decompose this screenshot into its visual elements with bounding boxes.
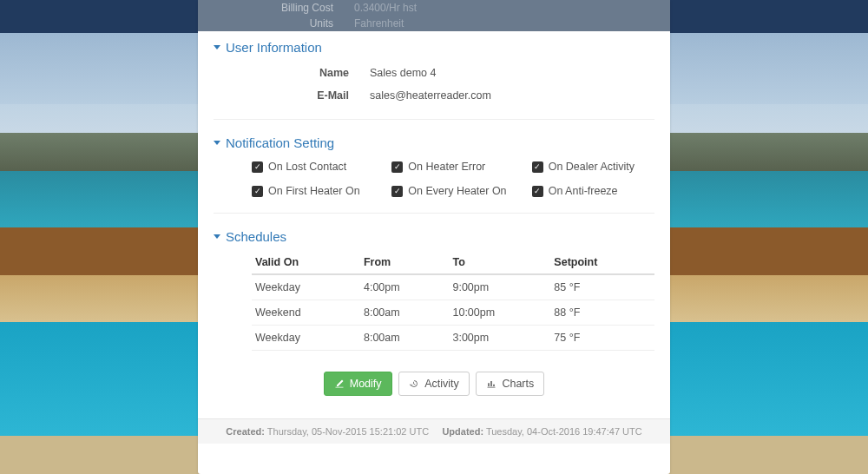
table-row: Weekday 8:00am 3:00pm 75 °F <box>252 326 654 351</box>
notif-label: On Every Heater On <box>408 185 506 197</box>
section-title-user-info: User Information <box>226 40 322 55</box>
schedules-table: Valid On From To Setpoint Weekday 4:00pm… <box>252 251 654 351</box>
section-title-notification: Notification Setting <box>226 135 334 150</box>
col-setpoint: Setpoint <box>550 251 654 274</box>
updated-label: Updated: <box>442 426 483 437</box>
charts-button-label: Charts <box>502 378 534 390</box>
notif-label: On First Heater On <box>268 185 360 197</box>
activity-button-label: Activity <box>424 378 459 390</box>
checkbox-checked-icon: ✓ <box>252 186 263 197</box>
cell-setpoint: 85 °F <box>550 274 654 300</box>
value-name: Sales demo 4 <box>370 67 436 79</box>
checkbox-checked-icon: ✓ <box>252 161 263 173</box>
modify-button-label: Modify <box>350 378 382 390</box>
cell-setpoint: 88 °F <box>550 300 654 326</box>
cell-from: 8:00am <box>360 326 450 351</box>
caret-down-icon <box>214 141 220 145</box>
cell-from: 8:00am <box>360 300 450 326</box>
cell-to: 3:00pm <box>449 326 550 351</box>
cell-setpoint: 75 °F <box>550 326 654 351</box>
divider <box>214 119 654 120</box>
top-label-units: Units <box>198 17 354 30</box>
notif-item[interactable]: ✓ On Anti-freeze <box>532 185 654 197</box>
cell-valid: Weekday <box>252 326 360 351</box>
col-to: To <box>449 251 550 274</box>
notif-label: On Anti-freeze <box>549 185 618 197</box>
history-icon <box>409 379 419 389</box>
notif-label: On Heater Error <box>408 161 485 173</box>
checkbox-checked-icon: ✓ <box>532 186 543 197</box>
col-from: From <box>360 251 450 274</box>
cell-to: 10:00pm <box>449 300 550 326</box>
activity-button[interactable]: Activity <box>398 372 470 396</box>
notif-item[interactable]: ✓ On Lost Contact <box>252 161 374 173</box>
action-bar: Modify Activity Charts <box>214 372 654 396</box>
cell-valid: Weekday <box>252 274 360 300</box>
caret-down-icon <box>214 234 220 239</box>
charts-button[interactable]: Charts <box>476 372 544 396</box>
cell-to: 9:00pm <box>449 274 550 300</box>
cell-from: 4:00pm <box>360 274 450 300</box>
label-name: Name <box>214 67 370 79</box>
table-header-row: Valid On From To Setpoint <box>252 251 654 274</box>
top-label-billing: Billing Cost <box>198 2 354 14</box>
created-label: Created: <box>226 426 265 437</box>
col-valid-on: Valid On <box>252 251 360 274</box>
top-value-units: Fahrenheit <box>354 17 404 30</box>
notif-item[interactable]: ✓ On Dealer Activity <box>532 161 654 173</box>
caret-down-icon <box>214 45 220 49</box>
section-toggle-user-info[interactable]: User Information <box>214 40 654 55</box>
panel-footer: Created: Thursday, 05-Nov-2015 15:21:02 … <box>198 418 670 444</box>
checkbox-checked-icon: ✓ <box>391 161 403 173</box>
header-overlay: Billing Cost 0.3400/Hr hst Units Fahrenh… <box>198 0 670 31</box>
notif-label: On Lost Contact <box>268 161 346 173</box>
main-panel: Billing Cost 0.3400/Hr hst Units Fahrenh… <box>198 0 670 474</box>
top-value-billing: 0.3400/Hr hst <box>354 2 417 14</box>
cell-valid: Weekend <box>252 300 360 326</box>
chart-icon <box>486 379 496 389</box>
checkbox-checked-icon: ✓ <box>532 161 543 173</box>
notif-label: On Dealer Activity <box>549 161 635 173</box>
section-title-schedules: Schedules <box>226 229 286 244</box>
updated-value: Tuesday, 04-Oct-2016 19:47:47 UTC <box>486 426 642 437</box>
section-toggle-notification[interactable]: Notification Setting <box>214 135 654 150</box>
label-email: E-Mail <box>214 89 370 102</box>
value-email: sales@heaterreader.com <box>370 89 491 102</box>
notif-item[interactable]: ✓ On First Heater On <box>252 185 374 197</box>
section-toggle-schedules[interactable]: Schedules <box>214 229 654 244</box>
modify-button[interactable]: Modify <box>324 372 392 396</box>
divider <box>214 213 654 214</box>
notif-item[interactable]: ✓ On Heater Error <box>391 161 514 173</box>
checkbox-checked-icon: ✓ <box>391 186 403 197</box>
notif-item[interactable]: ✓ On Every Heater On <box>391 185 514 197</box>
table-row: Weekday 4:00pm 9:00pm 85 °F <box>252 274 654 300</box>
edit-icon <box>334 379 345 389</box>
table-row: Weekend 8:00am 10:00pm 88 °F <box>252 300 654 326</box>
created-value: Thursday, 05-Nov-2015 15:21:02 UTC <box>267 426 429 437</box>
